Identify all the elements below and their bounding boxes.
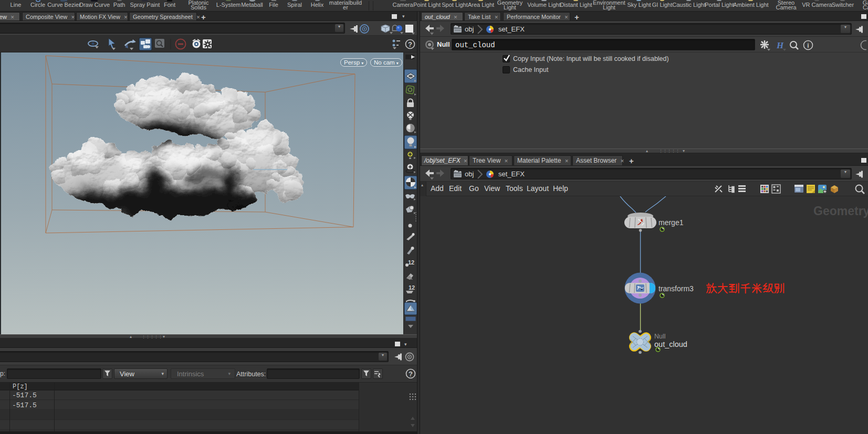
- svg-text:12: 12: [409, 284, 415, 291]
- svg-text:out_cloud: out_cloud: [654, 340, 687, 348]
- svg-text:merge1: merge1: [658, 218, 684, 227]
- svg-text:Geometry: Geometry: [813, 204, 868, 218]
- svg-text:i: i: [807, 42, 809, 49]
- svg-text:?: ?: [409, 370, 413, 378]
- svg-text:Null: Null: [654, 333, 666, 340]
- svg-text:transform3: transform3: [658, 284, 694, 293]
- svg-text:H: H: [776, 40, 784, 50]
- svg-text:12: 12: [408, 259, 414, 266]
- svg-text:?: ?: [408, 40, 412, 48]
